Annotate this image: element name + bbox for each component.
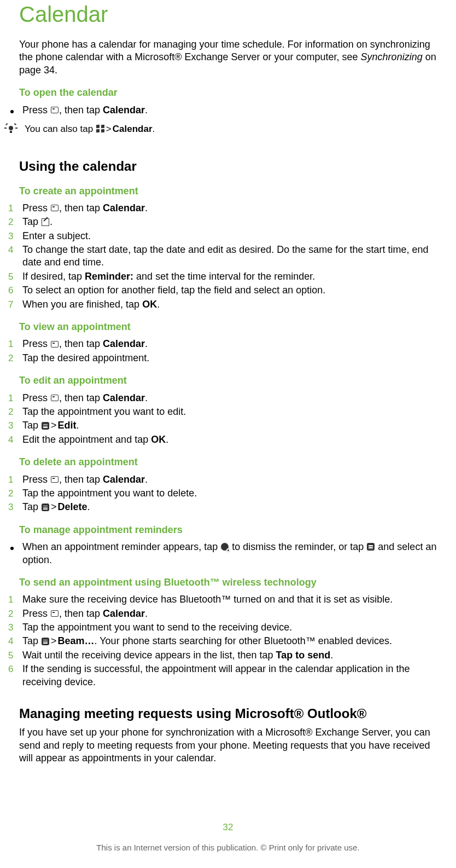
step-number: 1	[8, 202, 13, 215]
step-number: 4	[8, 434, 13, 446]
text: Tap the appointment you want to delete.	[22, 487, 440, 500]
text: .	[77, 420, 79, 431]
text: Tap the desired appointment.	[22, 352, 440, 364]
text: Press	[22, 474, 50, 485]
text: .	[145, 608, 148, 619]
calendar-label: Calendar	[103, 392, 145, 403]
text: , then tap	[59, 105, 103, 115]
page-title: Calendar	[19, 0, 440, 28]
step-number: 3	[8, 622, 13, 634]
list-item: 2Press , then tap Calendar.	[19, 607, 440, 620]
heading-using-calendar: Using the calendar	[19, 158, 440, 175]
home-icon	[51, 610, 59, 617]
text: .	[153, 124, 155, 134]
step-number: 5	[8, 650, 13, 662]
text: You can also tap	[25, 124, 96, 134]
list-item: 4Edit the appointment and tap OK.	[19, 433, 440, 446]
text: .	[145, 392, 148, 403]
list-item: 1Press , then tap Calendar.	[19, 202, 440, 215]
text: Enter a subject.	[22, 230, 440, 242]
step-number: 7	[8, 299, 13, 311]
menu-icon	[42, 504, 49, 511]
gt: >	[50, 420, 58, 431]
text: Press	[22, 105, 50, 115]
list-item: 2Tap the appointment you want to edit.	[19, 406, 440, 418]
text: .	[145, 202, 148, 213]
edit-label: Edit	[58, 420, 77, 431]
list-item: 4To change the start date, tap the date …	[19, 244, 440, 269]
text: If the sending is successful, the appoin…	[22, 663, 440, 688]
list-item: 7When you are finished, tap OK.	[19, 298, 440, 311]
step-number: 2	[8, 352, 13, 364]
text: to dismiss the reminder, or tap	[229, 541, 366, 552]
text: Tap	[22, 420, 41, 431]
list-item: 2Tap the desired appointment.	[19, 352, 440, 364]
step-number: 2	[8, 608, 13, 620]
step-number: 1	[8, 594, 13, 606]
step-number: 3	[8, 501, 13, 513]
list-item: 3Enter a subject.	[19, 230, 440, 242]
text: Wait until the receiving device appears …	[22, 650, 276, 661]
home-icon	[51, 476, 59, 483]
windows-icon	[96, 125, 104, 132]
footer-note: This is an Internet version of this publ…	[96, 843, 359, 852]
text: .	[330, 650, 333, 661]
page-footer: 32 This is an Internet version of this p…	[0, 821, 456, 854]
heading-manage-reminders: To manage appointment reminders	[19, 524, 440, 536]
text: To select an option for another field, t…	[22, 284, 440, 297]
step-number: 2	[8, 216, 13, 228]
text: .	[145, 338, 148, 349]
text: .	[166, 434, 168, 445]
list-item: 1Press , then tap Calendar.	[19, 473, 440, 486]
text: .	[145, 105, 148, 115]
text: When an appointment reminder appears, ta…	[22, 541, 220, 552]
list-item: 3Tap the appointment you want to send to…	[19, 621, 440, 634]
list-item: 6If the sending is successful, the appoi…	[19, 663, 440, 688]
home-icon	[51, 341, 59, 348]
intro-paragraph: Your phone has a calendar for managing y…	[19, 38, 440, 77]
text: Press	[22, 608, 50, 619]
list-item: 2Tap the appointment you want to delete.	[19, 487, 440, 500]
list-item: 1Press , then tap Calendar.	[19, 392, 440, 404]
dismiss-icon	[221, 543, 229, 551]
heading-outlook: Managing meeting requests using Microsof…	[19, 705, 440, 722]
step-number: 4	[8, 635, 13, 647]
delete-label: Delete	[58, 501, 87, 512]
step-number: 6	[8, 663, 13, 675]
text: and set the time interval for the remind…	[133, 271, 315, 282]
text: Press	[22, 392, 50, 403]
tip-row: You can also tap >Calendar.	[6, 123, 440, 136]
step-number: 1	[8, 392, 13, 404]
home-icon	[51, 107, 59, 113]
list-item: 5If desired, tap Reminder: and set the t…	[19, 270, 440, 283]
calendar-label: Calendar	[103, 474, 145, 485]
heading-create-appointment: To create an appointment	[19, 185, 440, 198]
text: .	[50, 216, 52, 227]
text: , then tap	[59, 608, 103, 619]
menu-icon	[42, 422, 49, 430]
calendar-label: Calendar	[103, 608, 145, 619]
calendar-label: Calendar	[113, 124, 153, 134]
menu-icon	[367, 543, 375, 551]
step-number: 3	[8, 420, 13, 432]
heading-view-appointment: To view an appointment	[19, 321, 440, 333]
text: When you are finished, tap	[22, 299, 142, 310]
step-number: 2	[8, 406, 13, 418]
text: , then tap	[59, 338, 103, 349]
text: Tap	[22, 216, 41, 227]
intro-link-synchronizing: Synchronizing	[361, 51, 423, 62]
list-item: 4Tap >Beam…. Your phone starts searching…	[19, 635, 440, 647]
outlook-paragraph: If you have set up your phone for synchr…	[19, 726, 440, 765]
text: .	[87, 501, 90, 512]
heading-open-calendar: To open the calendar	[19, 86, 440, 99]
list-item: 5Wait until the receiving device appears…	[19, 649, 440, 662]
manage-reminders-step: When an appointment reminder appears, ta…	[19, 541, 440, 566]
list-item: 1Press , then tap Calendar.	[19, 338, 440, 350]
list-item: 3Tap >Edit.	[19, 419, 440, 432]
tip-bulb-icon	[7, 124, 15, 134]
heading-send-bluetooth: To send an appointment using Bluetooth™ …	[19, 576, 440, 589]
step-number: 3	[8, 230, 13, 242]
reminder-label: Reminder:	[85, 271, 133, 282]
text: If desired, tap	[22, 271, 85, 282]
open-calendar-step: Press , then tap Calendar.	[19, 104, 440, 117]
